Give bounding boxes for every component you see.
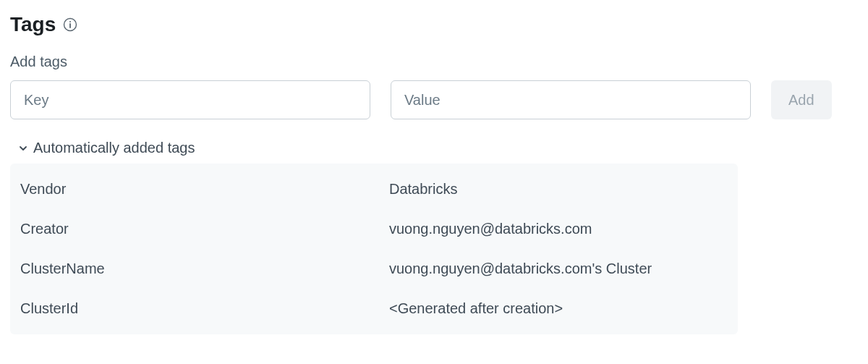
section-header: Tags	[10, 13, 858, 36]
tag-value-cell: <Generated after creation>	[389, 300, 728, 317]
tag-value-input[interactable]	[391, 80, 751, 119]
svg-point-2	[69, 21, 71, 22]
chevron-down-icon	[17, 143, 29, 154]
table-row: ClusterId <Generated after creation>	[10, 289, 738, 329]
add-tags-label: Add tags	[10, 54, 858, 70]
table-row: ClusterName vuong.nguyen@databricks.com'…	[10, 249, 738, 289]
table-row: Vendor Databricks	[10, 169, 738, 209]
info-icon[interactable]	[63, 17, 77, 32]
tag-key-input[interactable]	[10, 80, 370, 119]
add-button[interactable]: Add	[771, 80, 832, 119]
auto-tags-label: Automatically added tags	[33, 140, 195, 156]
tag-input-row: Add	[10, 80, 858, 119]
table-row: Creator vuong.nguyen@databricks.com	[10, 209, 738, 249]
tag-value-cell: vuong.nguyen@databricks.com	[389, 221, 728, 237]
tag-key-cell: Creator	[20, 221, 389, 237]
auto-tags-table: Vendor Databricks Creator vuong.nguyen@d…	[10, 164, 738, 334]
auto-tags-toggle[interactable]: Automatically added tags	[10, 140, 858, 156]
tag-key-cell: Vendor	[20, 181, 389, 198]
tag-value-cell: Databricks	[389, 181, 728, 198]
section-title: Tags	[10, 13, 56, 36]
tag-key-cell: ClusterId	[20, 300, 389, 317]
tag-value-cell: vuong.nguyen@databricks.com's Cluster	[389, 261, 728, 277]
tag-key-cell: ClusterName	[20, 261, 389, 277]
